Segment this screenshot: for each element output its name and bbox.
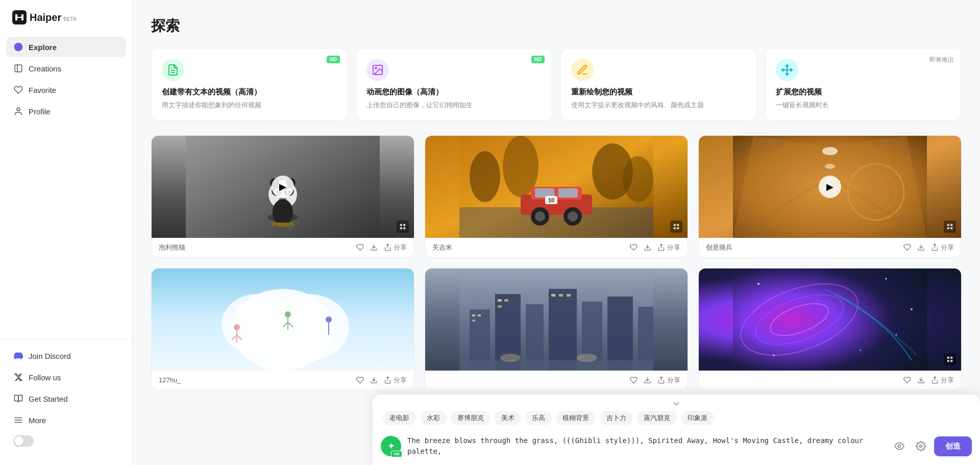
svg-rect-55	[674, 227, 676, 229]
prompt-text-input[interactable]: The breeze blows through the grass, (((G…	[407, 435, 885, 457]
svg-point-27	[273, 199, 293, 226]
sidebar-item-favorite[interactable]: Favorite	[6, 80, 126, 100]
svg-point-88	[326, 316, 332, 323]
download-btn-snow[interactable]	[370, 376, 378, 384]
download-btn-galaxy[interactable]	[917, 376, 925, 384]
svg-point-50	[568, 211, 578, 222]
svg-point-80	[234, 324, 240, 330]
svg-rect-32	[403, 224, 405, 226]
tag-old-movie[interactable]: 老电影	[383, 411, 416, 425]
sidebar-item-explore[interactable]: Explore	[6, 37, 126, 57]
tool-card-text-video-hd[interactable]: HD 创建带有文本的视频（高清） 用文字描述你能想象到的任何视频	[151, 48, 348, 121]
sidebar-item-more-label: More	[29, 416, 46, 425]
tag-blur-bg[interactable]: 模糊背景	[556, 411, 596, 425]
tag-ghibli[interactable]: 吉卜力	[600, 411, 633, 425]
video-actions-snow: 分享	[356, 376, 407, 385]
share-btn-galaxy[interactable]: 分享	[931, 376, 954, 385]
prompt-collapse-arrow[interactable]	[373, 395, 980, 411]
animate-image-icon	[366, 59, 389, 81]
like-btn-panda[interactable]	[356, 243, 364, 251]
prompt-overlay: 老电影 水彩 赛博朋克 美术 乐高 模糊背景 吉卜力 蒸汽朋克 印象派 ✦ HD…	[373, 395, 980, 465]
svg-point-1	[15, 43, 22, 51]
tag-cyberpunk[interactable]: 赛博朋克	[451, 411, 491, 425]
theme-toggle[interactable]: ☀	[13, 435, 34, 447]
sidebar-item-more[interactable]: More	[6, 410, 126, 430]
svg-rect-56	[677, 227, 679, 229]
svg-rect-53	[674, 224, 676, 226]
svg-point-123	[860, 349, 862, 351]
video-card-snow[interactable]: 127hu_ 分享	[151, 268, 414, 390]
svg-rect-72	[947, 227, 949, 229]
sidebar-item-get-started[interactable]: Get Started	[6, 388, 126, 409]
sidebar-item-follow[interactable]: Follow us	[6, 367, 126, 387]
view-icon[interactable]	[891, 438, 908, 454]
sidebar-item-profile[interactable]: Profile	[6, 101, 126, 121]
tool-card-text-video-title: 创建带有文本的视频（高清）	[162, 87, 337, 97]
like-btn-corridor[interactable]	[903, 243, 911, 251]
svg-point-84	[285, 311, 291, 317]
prompt-input-row: ✦ HD The breeze blows through the grass,…	[373, 431, 980, 465]
svg-point-119	[757, 283, 760, 285]
download-btn-panda[interactable]	[370, 243, 378, 251]
hd-badge-animate: HD	[531, 56, 545, 63]
share-btn-corridor[interactable]: 分享	[931, 243, 954, 252]
svg-point-65	[822, 147, 838, 155]
video-actions-panda: 分享	[356, 243, 407, 252]
tag-watercolor[interactable]: 水彩	[420, 411, 447, 425]
svg-point-48	[535, 211, 545, 222]
video-info-galaxy: 分享	[699, 371, 961, 390]
like-btn-galaxy[interactable]	[903, 376, 911, 384]
tag-steampunk[interactable]: 蒸汽朋克	[637, 411, 677, 425]
create-button[interactable]: 创造	[934, 436, 972, 456]
tool-card-animate-image-hd[interactable]: HD 动画您的图像（高清） 上传您自己的图像，让它们栩栩如生	[356, 48, 552, 121]
play-button-panda[interactable]: ▶	[272, 176, 294, 198]
video-card-car[interactable]: 10 关吉米	[425, 135, 688, 258]
sidebar-item-discord[interactable]: Join Discord	[6, 346, 126, 366]
video-thumb-city	[425, 268, 688, 371]
like-btn-snow[interactable]	[356, 376, 364, 384]
play-button-corridor[interactable]: ▶	[819, 176, 841, 198]
tag-impressionism[interactable]: 印象派	[681, 411, 714, 425]
video-card-city[interactable]: 分享	[425, 268, 688, 390]
video-actions-corridor: 分享	[903, 243, 954, 252]
svg-point-132	[920, 445, 922, 448]
share-btn-snow[interactable]: 分享	[384, 376, 407, 385]
video-card-galaxy[interactable]: 分享	[698, 268, 962, 390]
settings-icon[interactable]	[913, 438, 929, 454]
video-card-corridor[interactable]: ▶ 创意骑兵	[698, 135, 962, 258]
svg-rect-33	[400, 227, 402, 229]
video-actions-car: 分享	[630, 243, 680, 252]
sidebar-item-creations[interactable]: Creations	[6, 58, 126, 79]
beta-badge: BETA	[63, 16, 76, 22]
video-thumb-panda: ▶	[152, 136, 414, 238]
sun-icon: ☀	[15, 437, 21, 445]
tag-lego[interactable]: 乐高	[525, 411, 552, 425]
video-info-car: 关吉米 分享	[425, 238, 688, 257]
tag-art[interactable]: 美术	[495, 411, 521, 425]
video-actions-galaxy: 分享	[903, 376, 954, 385]
svg-rect-127	[947, 360, 949, 362]
prompt-avatar: ✦ HD	[381, 436, 401, 456]
share-btn-panda[interactable]: 分享	[384, 243, 407, 252]
tool-card-extend-desc: 一键延长视频时长	[776, 100, 951, 110]
tool-card-extend-video[interactable]: 即将推出 扩展您的视频 一键延长视频时长	[765, 48, 962, 121]
svg-point-121	[911, 308, 913, 310]
video-info-snow: 127hu_ 分享	[152, 371, 414, 390]
share-btn-city[interactable]: 分享	[657, 376, 680, 385]
download-btn-corridor[interactable]	[917, 243, 925, 251]
book-icon	[13, 63, 23, 74]
video-card-panda[interactable]: ▶ 泡利熊猫	[151, 135, 414, 258]
video-thumb-snow	[152, 268, 414, 371]
like-btn-city[interactable]	[630, 376, 638, 384]
book-open-icon	[13, 394, 23, 404]
download-btn-car[interactable]	[644, 243, 651, 251]
grid-icon-panda	[397, 221, 409, 233]
grid-icon-galaxy	[944, 353, 956, 365]
download-btn-city[interactable]	[644, 376, 651, 384]
tool-card-repaint-video[interactable]: 重新绘制您的视频 使用文字提示更改视频中的风格、颜色或主题	[560, 48, 757, 121]
menu-icon	[13, 415, 23, 425]
tool-card-repaint-title: 重新绘制您的视频	[571, 87, 746, 97]
share-btn-car[interactable]: 分享	[657, 243, 680, 252]
svg-point-29	[273, 225, 278, 230]
like-btn-car[interactable]	[630, 243, 638, 251]
